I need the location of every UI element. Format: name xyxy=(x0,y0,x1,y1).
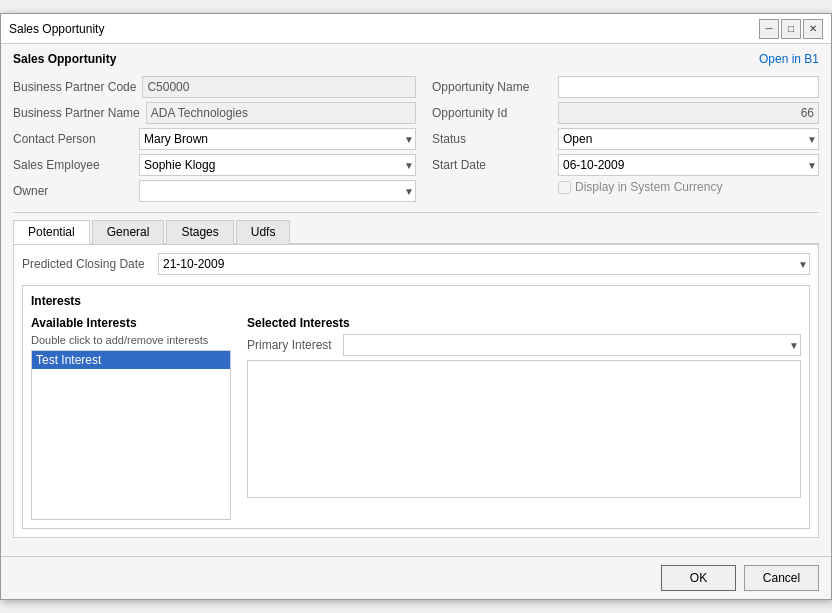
divider xyxy=(13,212,819,213)
window-title: Sales Opportunity xyxy=(9,22,104,36)
available-interests-list[interactable]: Test Interest xyxy=(31,350,231,520)
main-content: Sales Opportunity Open in B1 Business Pa… xyxy=(1,44,831,556)
ok-button[interactable]: OK xyxy=(661,565,736,591)
primary-interest-select[interactable] xyxy=(343,334,801,356)
status-row: Status Open ▼ xyxy=(432,126,819,152)
contact-person-label: Contact Person xyxy=(13,132,133,146)
business-partner-name-input[interactable] xyxy=(146,102,416,124)
business-partner-name-label: Business Partner Name xyxy=(13,106,140,120)
opportunity-name-input[interactable] xyxy=(558,76,819,98)
display-currency-checkbox-row: Display in System Currency xyxy=(558,180,722,194)
opportunity-id-input[interactable] xyxy=(558,102,819,124)
cancel-button[interactable]: Cancel xyxy=(744,565,819,591)
contact-person-wrapper: Mary Brown ▼ xyxy=(139,128,416,150)
business-partner-code-input[interactable] xyxy=(142,76,416,98)
form-grid: Business Partner Code Business Partner N… xyxy=(13,74,819,204)
tab-general[interactable]: General xyxy=(92,220,165,244)
start-date-wrapper: 06-10-2009 ▼ xyxy=(558,154,819,176)
tabs-container: Potential General Stages Udfs Predicted … xyxy=(13,219,819,538)
sales-employee-label: Sales Employee xyxy=(13,158,133,172)
tabs-bar: Potential General Stages Udfs xyxy=(13,219,819,244)
primary-interest-row: Primary Interest ▼ xyxy=(247,334,801,356)
available-interests-section: Available Interests Double click to add/… xyxy=(31,316,231,520)
maximize-button[interactable]: □ xyxy=(781,19,801,39)
interests-layout: Available Interests Double click to add/… xyxy=(31,316,801,520)
right-column: Opportunity Name Opportunity Id Status O… xyxy=(416,74,819,204)
selected-interests-label: Selected Interests xyxy=(247,316,801,330)
section-header: Sales Opportunity Open in B1 xyxy=(13,52,819,66)
left-column: Business Partner Code Business Partner N… xyxy=(13,74,416,204)
start-date-label: Start Date xyxy=(432,158,552,172)
primary-interest-wrapper: ▼ xyxy=(343,334,801,356)
minimize-button[interactable]: ─ xyxy=(759,19,779,39)
contact-person-select[interactable]: Mary Brown xyxy=(139,128,416,150)
open-b1-link[interactable]: Open in B1 xyxy=(759,52,819,66)
business-partner-name-row: Business Partner Name xyxy=(13,100,416,126)
tab-content-potential: Predicted Closing Date 21-10-2009 ▼ Inte… xyxy=(13,244,819,538)
sales-employee-wrapper: Sophie Klogg ▼ xyxy=(139,154,416,176)
predicted-closing-label: Predicted Closing Date xyxy=(22,257,152,271)
tab-stages[interactable]: Stages xyxy=(166,220,233,244)
window-controls: ─ □ ✕ xyxy=(759,19,823,39)
owner-select[interactable] xyxy=(139,180,416,202)
available-interests-item[interactable]: Test Interest xyxy=(32,351,230,369)
tab-potential[interactable]: Potential xyxy=(13,220,90,244)
interests-hint: Double click to add/remove interests xyxy=(31,334,231,346)
start-date-select[interactable]: 06-10-2009 xyxy=(558,154,819,176)
interests-title: Interests xyxy=(31,294,801,308)
owner-label: Owner xyxy=(13,184,133,198)
opportunity-name-label: Opportunity Name xyxy=(432,80,552,94)
display-system-currency-row: Display in System Currency xyxy=(432,178,819,196)
title-bar: Sales Opportunity ─ □ ✕ xyxy=(1,14,831,44)
main-window: Sales Opportunity ─ □ ✕ Sales Opportunit… xyxy=(0,13,832,600)
sales-employee-row: Sales Employee Sophie Klogg ▼ xyxy=(13,152,416,178)
business-partner-code-row: Business Partner Code xyxy=(13,74,416,100)
display-system-currency-checkbox[interactable] xyxy=(558,181,571,194)
status-select[interactable]: Open xyxy=(558,128,819,150)
opportunity-id-row: Opportunity Id xyxy=(432,100,819,126)
section-title: Sales Opportunity xyxy=(13,52,116,66)
status-wrapper: Open ▼ xyxy=(558,128,819,150)
footer: OK Cancel xyxy=(1,556,831,599)
business-partner-code-label: Business Partner Code xyxy=(13,80,136,94)
owner-row: Owner ▼ xyxy=(13,178,416,204)
status-label: Status xyxy=(432,132,552,146)
tab-udfs[interactable]: Udfs xyxy=(236,220,291,244)
start-date-row: Start Date 06-10-2009 ▼ xyxy=(432,152,819,178)
interests-box: Interests Available Interests Double cli… xyxy=(22,285,810,529)
display-system-currency-label: Display in System Currency xyxy=(575,180,722,194)
selected-interests-box[interactable] xyxy=(247,360,801,498)
primary-interest-label: Primary Interest xyxy=(247,338,337,352)
contact-person-row: Contact Person Mary Brown ▼ xyxy=(13,126,416,152)
close-button[interactable]: ✕ xyxy=(803,19,823,39)
available-interests-label: Available Interests xyxy=(31,316,231,330)
opportunity-name-row: Opportunity Name xyxy=(432,74,819,100)
selected-interests-section: Selected Interests Primary Interest ▼ xyxy=(247,316,801,520)
owner-wrapper: ▼ xyxy=(139,180,416,202)
predicted-closing-row: Predicted Closing Date 21-10-2009 ▼ xyxy=(22,253,810,275)
predicted-closing-wrapper: 21-10-2009 ▼ xyxy=(158,253,810,275)
sales-employee-select[interactable]: Sophie Klogg xyxy=(139,154,416,176)
predicted-closing-select[interactable]: 21-10-2009 xyxy=(158,253,810,275)
opportunity-id-label: Opportunity Id xyxy=(432,106,552,120)
